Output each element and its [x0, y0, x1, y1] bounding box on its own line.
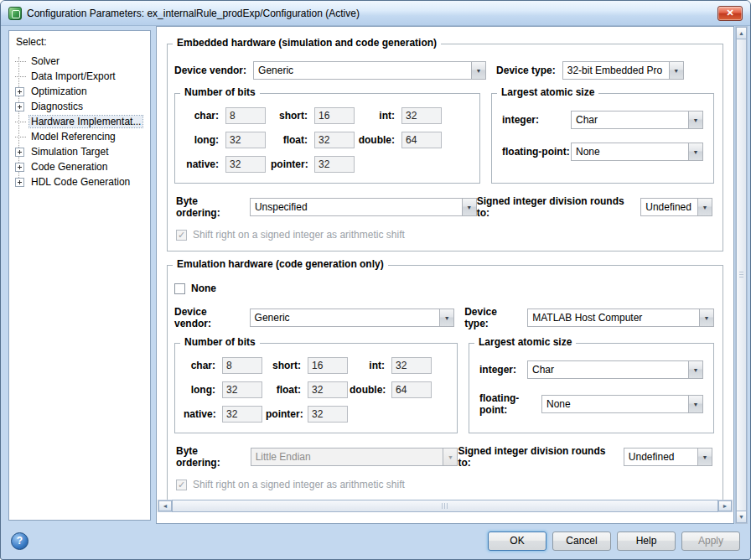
scroll-up-button[interactable]: ▲	[736, 27, 747, 39]
largest-atomic-size-group: Largest atomic size integer: Char ▼ floa…	[469, 343, 714, 433]
device-vendor-label: Device vendor:	[174, 65, 246, 76]
bit-field-input	[222, 357, 262, 374]
hardware-implementation-pane: Embedded hardware (simulation and code g…	[156, 26, 734, 524]
number-of-bits-title: Number of bits	[180, 336, 260, 348]
scroll-right-button[interactable]: ►	[718, 500, 732, 511]
integer-atomic-select[interactable]: Char ▼	[527, 360, 703, 379]
largest-atomic-size-group: Largest atomic size integer: Char ▼ floa…	[491, 93, 714, 184]
bit-field-label: short:	[271, 110, 309, 122]
dialog-body: Select: Solver Data Import/Export Optimi…	[3, 26, 748, 524]
chevron-down-icon: ▼	[443, 449, 457, 465]
category-tree: Solver Data Import/Export Optimization D…	[14, 54, 145, 189]
bit-field-input	[225, 156, 266, 173]
chevron-down-icon: ▼	[688, 111, 702, 128]
bit-field-input	[401, 132, 442, 148]
device-type-select[interactable]: MATLAB Host Computer ▼	[527, 309, 714, 327]
number-of-bits-group: Number of bits char: short: int: long: f…	[174, 343, 458, 433]
bit-field-input	[308, 406, 348, 423]
scroll-down-button[interactable]: ▼	[736, 511, 747, 523]
bit-field-label: int:	[350, 360, 386, 371]
sidebar-item-optimization[interactable]: Optimization	[15, 84, 145, 99]
select-tree-panel: Select: Solver Data Import/Export Optimi…	[8, 30, 151, 521]
sidebar-item-data-import-export[interactable]: Data Import/Export	[15, 69, 145, 84]
expand-plus-icon[interactable]	[15, 163, 24, 172]
bit-field-input	[314, 107, 355, 124]
device-vendor-select[interactable]: Generic ▼	[250, 309, 455, 327]
none-checkbox[interactable]	[174, 283, 185, 294]
bit-field-input	[391, 357, 432, 374]
expand-plus-icon[interactable]	[15, 87, 24, 96]
integer-atomic-select[interactable]: Char ▼	[571, 111, 703, 129]
signed-division-select[interactable]: Undefined ▼	[640, 198, 712, 216]
device-type-label: Device type:	[496, 65, 556, 76]
number-of-bits-group: Number of bits char: short: int: long: f…	[174, 93, 480, 184]
context-help-button[interactable]: ?	[11, 532, 28, 550]
floating-point-atomic-label: floating-point:	[502, 146, 570, 158]
expand-plus-icon[interactable]	[15, 148, 24, 157]
sidebar-item-code-generation[interactable]: Code Generation	[15, 159, 145, 174]
sidebar-item-simulation-target[interactable]: Simulation Target	[15, 144, 145, 159]
chevron-down-icon: ▼	[471, 62, 485, 79]
bit-field-label: native:	[184, 408, 217, 420]
device-type-label: Device type:	[464, 306, 521, 329]
emulation-hardware-group: Emulation hardware (code generation only…	[167, 265, 723, 501]
chevron-down-icon: ▼	[688, 143, 702, 160]
expand-plus-icon[interactable]	[15, 102, 24, 111]
ok-button[interactable]: OK	[488, 531, 546, 551]
integer-atomic-label: integer:	[502, 114, 539, 126]
bit-field-label: pointer:	[271, 158, 309, 170]
chevron-down-icon: ▼	[669, 62, 683, 79]
signed-division-select[interactable]: Undefined ▼	[624, 448, 712, 466]
close-button[interactable]: ✕	[717, 6, 743, 21]
sidebar-item-diagnostics[interactable]: Diagnostics	[15, 99, 145, 114]
largest-atomic-size-title: Largest atomic size	[497, 86, 598, 98]
bit-field-input	[314, 132, 355, 148]
chevron-down-icon: ▼	[688, 361, 702, 378]
vertical-scrollbar[interactable]: ▲ ▼	[735, 26, 748, 524]
cancel-button[interactable]: Cancel	[552, 531, 611, 551]
scroll-left-button[interactable]: ◄	[158, 500, 172, 511]
tree-connector	[15, 61, 26, 62]
bit-field-label: long:	[184, 384, 217, 396]
help-button[interactable]: Help	[617, 531, 676, 551]
shift-right-checkbox: ✓	[176, 480, 187, 490]
sidebar-item-model-referencing[interactable]: Model Referencing	[15, 129, 145, 144]
sidebar-item-solver[interactable]: Solver	[15, 54, 145, 69]
bit-field-label: short:	[266, 360, 303, 371]
number-of-bits-title: Number of bits	[180, 86, 260, 98]
bit-field-label: long:	[184, 134, 220, 146]
bit-field-label: int:	[358, 110, 396, 122]
bit-field-input	[308, 381, 348, 398]
embedded-hardware-group-title: Embedded hardware (simulation and code g…	[173, 37, 441, 49]
emulation-hardware-group-title: Emulation hardware (code generation only…	[173, 258, 388, 270]
bit-field-input	[308, 357, 348, 374]
shift-right-checkbox: ✓	[176, 230, 187, 241]
bit-field-input	[222, 381, 262, 398]
shift-right-label: Shift right on a signed integer as arith…	[193, 479, 405, 490]
horizontal-scrollbar-thumb[interactable]	[172, 500, 718, 512]
bit-field-label: char:	[184, 110, 220, 122]
sidebar-item-hardware-implementation[interactable]: Hardware Implementat...	[15, 114, 145, 129]
none-checkbox-label: None	[191, 283, 216, 294]
check-icon: ✓	[178, 480, 185, 490]
tree-connector	[15, 122, 26, 122]
bit-field-label: double:	[358, 134, 396, 146]
floating-point-atomic-select[interactable]: None ▼	[541, 395, 703, 413]
byte-ordering-select[interactable]: Unspecified ▼	[250, 198, 477, 216]
horizontal-scrollbar[interactable]: ◄ ►	[158, 500, 733, 512]
bit-field-label: float:	[266, 384, 303, 396]
floating-point-atomic-select[interactable]: None ▼	[571, 143, 703, 161]
chevron-down-icon: ▼	[697, 449, 712, 465]
help-icon: ?	[17, 535, 23, 547]
device-type-select[interactable]: 32-bit Embedded Pro ▼	[562, 61, 684, 80]
device-vendor-select[interactable]: Generic ▼	[253, 61, 486, 80]
chevron-down-icon: ▼	[462, 199, 476, 215]
vertical-scrollbar-thumb[interactable]	[736, 39, 747, 511]
expand-plus-icon[interactable]	[15, 178, 24, 187]
bit-field-label: char:	[184, 360, 217, 371]
integer-atomic-label: integer:	[479, 364, 516, 376]
bit-field-input	[225, 132, 266, 148]
bit-field-input	[225, 107, 266, 124]
sidebar-item-hdl-code-generation[interactable]: HDL Code Generation	[15, 174, 145, 189]
close-icon: ✕	[726, 8, 733, 18]
